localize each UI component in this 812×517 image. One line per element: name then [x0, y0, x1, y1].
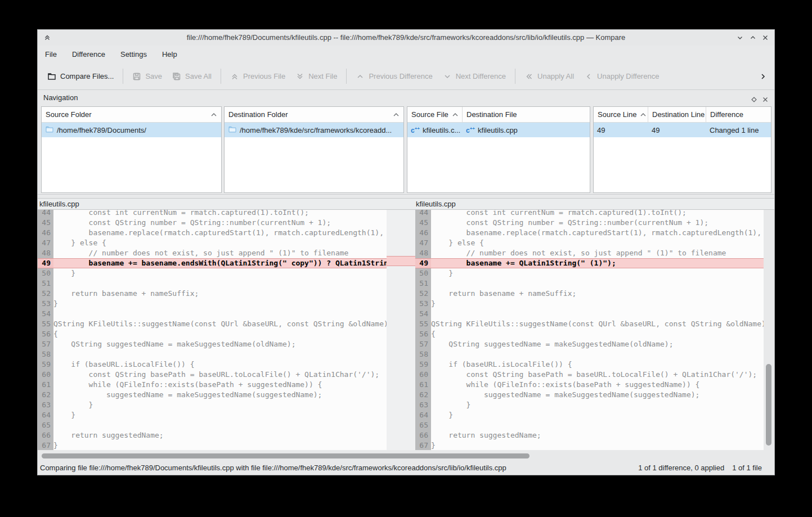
code-line: } [431, 268, 764, 278]
unapply-difference-button[interactable]: Unapply Difference [579, 68, 664, 86]
code-line: // number does not exist, so just append… [431, 248, 764, 258]
diff-connector-band [387, 256, 415, 266]
diff-connector [387, 210, 415, 450]
horizontal-scrollbar[interactable] [38, 451, 774, 461]
code-line: QString suggestedName = makeSuggestedNam… [431, 339, 764, 349]
titlebar[interactable]: file:///home/fhek789/Documents/kfileutil… [38, 30, 774, 46]
float-panel-button[interactable] [750, 94, 758, 102]
line-number: 59 [415, 359, 431, 370]
toolbar-overflow-button[interactable] [756, 72, 770, 81]
toolbar-separator [346, 69, 347, 84]
code-line: const QString number = QString::number(c… [53, 218, 387, 228]
line-number: 48 [38, 248, 53, 258]
code-line: // number does not exist, so just append… [53, 248, 387, 258]
column-header-destination-folder[interactable]: Destination Folder [225, 107, 403, 122]
navigation-panel-title: Navigation [43, 93, 78, 102]
previous-difference-button[interactable]: Previous Difference [351, 68, 437, 86]
code-line: const QString basePath = baseURL.toLocal… [53, 370, 387, 380]
folder-icon [47, 72, 56, 81]
column-header-destination-file[interactable]: Destination File [463, 107, 590, 122]
code-line: if (baseURL.isLocalFile()) { [431, 359, 764, 370]
compare-files-button[interactable]: Compare Files... [42, 68, 119, 86]
code-line: QString suggestedName = makeSuggestedNam… [53, 339, 387, 349]
line-number: 61 [38, 380, 53, 390]
source-folder-row[interactable]: /home/fhek789/Documents/ [42, 123, 221, 137]
toolbar-button-label: Save [145, 72, 162, 80]
file-count-status: 1 of 1 file [732, 464, 762, 472]
line-number: 60 [38, 370, 53, 380]
code-line: return suggestedName; [431, 430, 764, 440]
column-header-source-line[interactable]: Source Line [594, 107, 648, 122]
destination-folder-row[interactable]: /home/fhek789/kde/src/frameworks/kcoread… [225, 123, 403, 137]
previous-file-button[interactable]: Previous File [225, 68, 290, 86]
code-line: } [53, 410, 387, 420]
destination-folder-list: Destination Folder /home/fhek789/kde/src… [224, 106, 404, 193]
close-icon [761, 96, 769, 104]
toolbar-button-label: Unapply Difference [597, 72, 659, 80]
column-header-difference[interactable]: Difference [706, 107, 771, 122]
column-header-source-file[interactable]: Source File [407, 107, 463, 122]
code-line: return basename + nameSuffix; [431, 289, 764, 299]
column-header-source-folder[interactable]: Source Folder [42, 107, 221, 122]
line-number: 65 [38, 420, 53, 430]
left-code-pane[interactable]: const int currentNum = rmatch.captured(1… [53, 210, 387, 450]
close-panel-button[interactable] [761, 94, 769, 102]
navigation-lists: Source Folder /home/fhek789/Documents/ D… [41, 106, 771, 193]
line-number: 46 [415, 228, 431, 238]
line-number: 58 [38, 349, 53, 359]
difference-row[interactable]: 49 49 Changed 1 line [594, 123, 771, 137]
line-number: 51 [38, 278, 53, 289]
close-button[interactable] [761, 34, 769, 42]
statusbar: Comparing file file:///home/fhek789/Docu… [38, 460, 774, 475]
menu-settings[interactable]: Settings [120, 50, 147, 59]
code-line: } [53, 400, 387, 410]
line-number: 52 [415, 289, 431, 299]
line-number: 52 [38, 289, 53, 299]
code-line [53, 420, 387, 430]
diff-view: kfileutils.cpp kfileutils.cpp 4445464748… [38, 198, 774, 461]
right-code-pane[interactable]: const int currentNum = rmatch.captured(1… [431, 210, 764, 450]
files-row[interactable]: c++ kfileutils.c... c++ kfileutils.cpp [407, 123, 590, 137]
toolbar-button-label: Unapply All [537, 72, 574, 80]
maximize-button[interactable] [749, 34, 757, 42]
code-line: QString KFileUtils::suggestName(const QU… [53, 319, 387, 329]
column-header-label: Destination File [466, 110, 517, 119]
code-line: } [431, 440, 764, 450]
code-line: while (QFileInfo::exists(basePath + sugg… [53, 380, 387, 390]
code-line: } else { [53, 238, 387, 248]
code-line: basename.replace(rmatch.capturedStart(1)… [431, 228, 764, 238]
code-line: basename.replace(rmatch.capturedStart(1)… [53, 228, 387, 238]
files-list: Source File Destination File c++ kfileut… [407, 106, 590, 193]
column-header-destination-line[interactable]: Destination Line [648, 107, 706, 122]
unapply-all-button[interactable]: Unapply All [519, 68, 579, 86]
line-number: 58 [415, 349, 431, 359]
differences-list: Source Line Destination Line Difference … [593, 106, 771, 193]
menu-help[interactable]: Help [162, 50, 177, 59]
source-folder-path: /home/fhek789/Documents/ [57, 126, 146, 134]
vertical-scrollbar-thumb[interactable] [766, 364, 771, 446]
line-number: 55 [38, 319, 53, 329]
horizontal-scrollbar-thumb[interactable] [42, 453, 530, 458]
menu-file[interactable]: File [45, 50, 57, 59]
minimize-button[interactable] [736, 34, 744, 42]
double-chevron-down-icon [295, 72, 304, 81]
line-number: 64 [415, 410, 431, 420]
code-line: const int currentNum = rmatch.captured(1… [431, 210, 764, 218]
code-line [431, 420, 764, 430]
cpp-file-icon: c++ [466, 126, 475, 134]
close-icon [761, 34, 769, 42]
folder-icon [228, 125, 237, 136]
line-number: 54 [415, 309, 431, 319]
save-icon [132, 72, 141, 81]
save-button[interactable]: Save [127, 68, 167, 86]
right-gutter: 4445464748495051525354555657585960616263… [415, 210, 431, 450]
toolbar-button-label: Previous File [243, 72, 285, 80]
line-number: 62 [415, 390, 431, 400]
next-difference-button[interactable]: Next Difference [438, 68, 511, 86]
save-all-button[interactable]: Save All [167, 68, 217, 86]
column-header-label: Source Folder [46, 110, 92, 119]
next-file-button[interactable]: Next File [290, 68, 342, 86]
menu-difference[interactable]: Difference [72, 50, 105, 59]
vertical-scrollbar[interactable] [764, 210, 774, 450]
code-line: } [53, 440, 387, 450]
